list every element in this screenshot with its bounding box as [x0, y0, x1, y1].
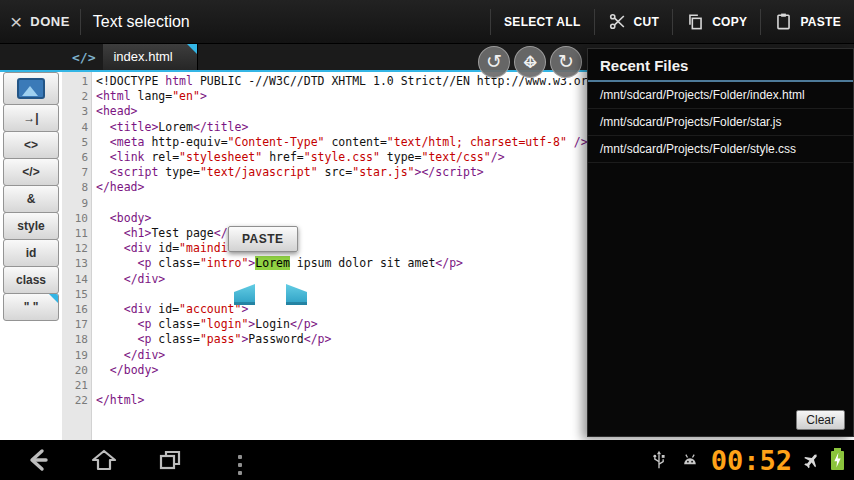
tab-corner-marker — [187, 44, 197, 54]
page-title: Text selection — [93, 13, 190, 31]
select-all-button[interactable]: SELECT ALL — [491, 0, 594, 43]
home-button[interactable] — [80, 446, 128, 474]
line-number: 4 — [62, 120, 88, 135]
paste-icon — [774, 12, 793, 31]
line-number: 3 — [62, 104, 88, 119]
copy-button[interactable]: COPY — [673, 0, 760, 43]
toolbox-button[interactable]: <> — [3, 131, 59, 159]
toolbox: →|<></>&styleidclass" " — [3, 73, 59, 321]
recent-file-item[interactable]: /mnt/sdcard/Projects/Folder/star.js — [588, 109, 853, 136]
line-number: 18 — [62, 332, 88, 347]
undo-button[interactable]: ↺ — [478, 46, 510, 78]
cut-icon — [608, 12, 627, 31]
copy-icon — [686, 12, 705, 31]
toolbox-image-button[interactable] — [3, 72, 59, 105]
line-number: 7 — [62, 165, 88, 180]
line-number: 6 — [62, 150, 88, 165]
recents-icon — [156, 446, 184, 474]
paste-popup-button[interactable]: PASTE — [228, 226, 298, 252]
menu-button[interactable] — [216, 445, 264, 475]
recent-files-title: Recent Files — [588, 49, 853, 82]
clear-button[interactable]: Clear — [796, 410, 845, 430]
app-screen: × DONE Text selection SELECT ALL CUT COP… — [0, 0, 854, 480]
line-number: 19 — [62, 348, 88, 363]
home-icon — [90, 446, 118, 474]
toolbox-button[interactable]: & — [3, 185, 59, 213]
toolbox-button[interactable]: style — [3, 212, 59, 240]
divider — [80, 9, 81, 35]
paste-label: PASTE — [800, 15, 841, 29]
tab-index-html[interactable]: index.html — [103, 44, 197, 70]
line-number: 10 — [62, 211, 88, 226]
copy-label: COPY — [712, 15, 747, 29]
close-icon: × — [10, 11, 22, 32]
line-number: 22 — [62, 393, 88, 408]
move-icon: ↕ — [515, 47, 545, 75]
line-number: 14 — [62, 272, 88, 287]
toolbox-button[interactable]: id — [3, 239, 59, 267]
debug-icon — [680, 450, 700, 470]
line-number: 20 — [62, 363, 88, 378]
redo-button[interactable]: ↻ — [550, 46, 582, 78]
airplane-mode-icon — [800, 448, 824, 472]
line-number: 17 — [62, 317, 88, 332]
paste-button[interactable]: PASTE — [761, 0, 854, 43]
battery-icon — [831, 451, 844, 470]
code-logo-icon: </> — [72, 50, 95, 65]
action-bar: × DONE Text selection SELECT ALL CUT COP… — [0, 0, 854, 44]
line-number: 21 — [62, 378, 88, 393]
line-number: 1 — [62, 74, 88, 89]
line-number: 9 — [62, 196, 88, 211]
back-button[interactable] — [14, 446, 62, 474]
recent-file-item[interactable]: /mnt/sdcard/Projects/Folder/style.css — [588, 136, 853, 163]
clock[interactable]: 00:52 — [711, 445, 792, 476]
move-cursor-button[interactable]: ↔ ↕ — [514, 46, 546, 78]
select-all-label: SELECT ALL — [504, 15, 581, 29]
recent-file-item[interactable]: /mnt/sdcard/Projects/Folder/index.html — [588, 82, 853, 109]
recents-button[interactable] — [146, 446, 194, 474]
line-number: 5 — [62, 135, 88, 150]
recent-files-list: /mnt/sdcard/Projects/Folder/index.html/m… — [588, 82, 853, 163]
cut-label: CUT — [634, 15, 660, 29]
toolbox-button[interactable]: class — [3, 266, 59, 294]
back-icon — [24, 446, 52, 474]
tab-label: index.html — [113, 49, 172, 64]
cut-button[interactable]: CUT — [595, 0, 673, 43]
line-number: 13 — [62, 256, 88, 271]
line-number: 2 — [62, 89, 88, 104]
corner-marker — [49, 294, 58, 303]
image-icon — [17, 78, 45, 99]
line-numbers: 12345678910111213141516171819202122 — [62, 74, 88, 408]
done-label: DONE — [30, 14, 70, 29]
status-cluster: 00:52 — [649, 445, 854, 476]
line-number: 8 — [62, 180, 88, 195]
toolbox-button[interactable]: </> — [3, 158, 59, 186]
usb-icon — [649, 449, 669, 471]
line-number: 11 — [62, 226, 88, 241]
menu-dots-icon — [238, 455, 242, 475]
line-number: 12 — [62, 241, 88, 256]
recent-files-panel: Recent Files /mnt/sdcard/Projects/Folder… — [587, 48, 854, 437]
line-number: 15 — [62, 287, 88, 302]
system-nav-bar: 00:52 — [0, 440, 854, 480]
toolbox-button[interactable]: →| — [3, 104, 59, 132]
line-number: 16 — [62, 302, 88, 317]
done-button[interactable]: × DONE — [0, 0, 80, 43]
toolbox-button[interactable]: " " — [3, 293, 59, 321]
